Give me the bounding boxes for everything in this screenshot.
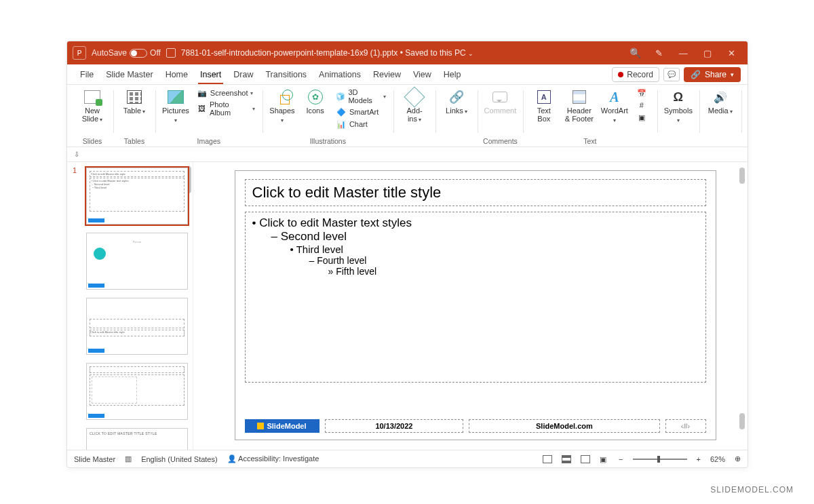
- body-level-1: Click to edit Master text styles: [252, 216, 699, 230]
- media-button[interactable]: 🔊Media: [705, 88, 736, 115]
- group-links: 🔗Links: [435, 88, 478, 145]
- status-bar: Slide Master ▥ English (United States) 👤…: [67, 450, 748, 467]
- normal-view-icon[interactable]: [543, 455, 552, 463]
- body-level-4: Fourth level: [252, 255, 699, 266]
- toggle-icon: [130, 49, 147, 58]
- footer-logo[interactable]: SlideModel: [245, 419, 319, 433]
- addins-icon: [404, 86, 425, 107]
- header-footer-button[interactable]: Header & Footer: [564, 88, 595, 123]
- record-button[interactable]: Record: [612, 67, 659, 82]
- smartart-button[interactable]: 🔷SmartArt: [334, 106, 388, 117]
- maximize-icon[interactable]: ▢: [697, 48, 718, 58]
- icons-button[interactable]: Icons: [301, 88, 330, 115]
- screenshot-icon: 📷: [197, 88, 208, 98]
- logo-square-icon: [257, 423, 264, 429]
- ribbon: New Slide Slides Table Tables Pictures 📷…: [67, 85, 748, 147]
- screenshot-button[interactable]: 📷Screenshot: [195, 88, 257, 98]
- slide-canvas-area[interactable]: Click to edit Master title style Click t…: [193, 162, 748, 450]
- slide-footer: SlideModel 10/13/2022 SlideModel.com ‹#›: [245, 419, 706, 433]
- photo-album-button[interactable]: 🖼Photo Album: [195, 100, 257, 117]
- document-title: 7881-01-self-introduction-powerpoint-tem…: [181, 48, 473, 58]
- save-icon[interactable]: [166, 48, 176, 58]
- tab-draw[interactable]: Draw: [227, 64, 259, 84]
- quick-access-row: ⇩: [67, 147, 748, 162]
- links-button[interactable]: 🔗Links: [441, 88, 472, 115]
- zoom-out-icon[interactable]: −: [619, 455, 623, 463]
- tab-insert[interactable]: Insert: [194, 64, 227, 84]
- autosave-label: AutoSave: [92, 48, 127, 58]
- notes-icon[interactable]: ▥: [125, 454, 132, 463]
- textbox-button[interactable]: AText Box: [528, 88, 560, 123]
- zoom-value[interactable]: 62%: [710, 455, 725, 463]
- canvas-scrollbar-top[interactable]: [739, 168, 745, 184]
- addins-button[interactable]: Add- ins: [399, 88, 430, 123]
- accessibility-button[interactable]: 👤 Accessibility: Investigate: [227, 454, 319, 463]
- new-slide-button[interactable]: New Slide: [77, 88, 108, 123]
- minimize-icon[interactable]: —: [672, 48, 694, 58]
- tab-review[interactable]: Review: [367, 64, 407, 84]
- group-camera: Cameo Camera: [741, 88, 748, 145]
- body-level-5: Fifth level: [252, 266, 699, 277]
- table-button[interactable]: Table: [119, 88, 150, 115]
- thumbnail-layout-1[interactable]: Picture: [86, 233, 188, 290]
- thumbnail-layout-4[interactable]: CLICK TO EDIT MASTER TITLE STYLE: [86, 428, 188, 450]
- pen-icon[interactable]: ✎: [648, 48, 670, 58]
- date-time-button[interactable]: 📅: [634, 88, 652, 98]
- body-placeholder[interactable]: Click to edit Master text styles Second …: [245, 212, 706, 383]
- slide-number-button[interactable]: #: [634, 100, 652, 111]
- slide-thumbnails[interactable]: 1 Click to edit Master title style • Cli…: [67, 162, 193, 450]
- tab-transitions[interactable]: Transitions: [259, 64, 313, 84]
- comment-button: Comment: [484, 88, 516, 115]
- body-level-2: Second level: [252, 230, 699, 244]
- thumbnail-layout-2[interactable]: Click to edit Master title style: [86, 298, 188, 355]
- fit-window-icon[interactable]: ⊕: [735, 454, 741, 463]
- zoom-slider[interactable]: [633, 459, 687, 460]
- group-media: 🔊Media: [699, 88, 741, 145]
- tab-animations[interactable]: Animations: [313, 64, 367, 84]
- icons-icon: [308, 90, 323, 104]
- reading-view-icon[interactable]: [581, 455, 590, 463]
- tab-slide-master[interactable]: Slide Master: [100, 64, 159, 84]
- tab-help[interactable]: Help: [438, 64, 467, 84]
- slideshow-view-icon[interactable]: ▣: [600, 455, 609, 463]
- autosave-toggle[interactable]: AutoSave Off: [92, 48, 161, 58]
- close-icon[interactable]: ✕: [720, 48, 742, 58]
- canvas-scrollbar-bottom[interactable]: [739, 413, 745, 429]
- object-button[interactable]: ▣: [634, 112, 652, 123]
- thumbnail-layout-3[interactable]: [86, 363, 188, 420]
- search-icon[interactable]: 🔍: [625, 47, 646, 58]
- footer-text[interactable]: SlideModel.com: [469, 419, 659, 433]
- watermark: SLIDEMODEL.COM: [710, 485, 794, 495]
- titlebar: P AutoSave Off 7881-01-self-introduction…: [67, 41, 748, 64]
- slide-canvas[interactable]: Click to edit Master title style Click t…: [235, 170, 716, 440]
- zoom-in-icon[interactable]: +: [697, 455, 701, 463]
- app-icon: P: [73, 46, 86, 60]
- shapes-button[interactable]: Shapes: [268, 88, 297, 124]
- omega-icon: Ω: [669, 89, 688, 105]
- pictures-button[interactable]: Pictures: [161, 88, 191, 124]
- footer-page-number[interactable]: ‹#›: [665, 419, 706, 433]
- 3d-models-button[interactable]: 🧊3D Models: [334, 88, 388, 105]
- chart-button[interactable]: 📊Chart: [334, 119, 388, 130]
- tab-home[interactable]: Home: [159, 64, 194, 84]
- tab-view[interactable]: View: [407, 64, 438, 84]
- tab-file[interactable]: File: [74, 64, 100, 84]
- wordart-button[interactable]: AWordArt: [599, 88, 630, 124]
- qat-overflow-icon[interactable]: ⇩: [74, 151, 79, 158]
- window-controls: 🔍 ✎ — ▢ ✕: [625, 47, 742, 58]
- slide-number: 1: [73, 166, 77, 174]
- group-images: Pictures 📷Screenshot 🖼Photo Album Images: [155, 88, 263, 145]
- symbols-button[interactable]: ΩSymbols: [663, 88, 694, 124]
- footer-date[interactable]: 10/13/2022: [325, 419, 464, 433]
- status-language[interactable]: English (United States): [141, 455, 218, 463]
- object-icon: ▣: [636, 113, 647, 122]
- thumbnail-master[interactable]: Click to edit Master title style • Click…: [86, 168, 188, 225]
- share-button[interactable]: 🔗Share: [684, 67, 741, 82]
- cube-icon: 🧊: [336, 92, 346, 101]
- sorter-view-icon[interactable]: [562, 455, 571, 463]
- group-comments: Comment Comments: [478, 88, 523, 145]
- comments-pane-icon[interactable]: 💬: [663, 68, 680, 81]
- header-footer-icon: [573, 90, 586, 104]
- title-placeholder[interactable]: Click to edit Master title style: [245, 179, 706, 206]
- cameo-button[interactable]: Cameo: [747, 88, 748, 115]
